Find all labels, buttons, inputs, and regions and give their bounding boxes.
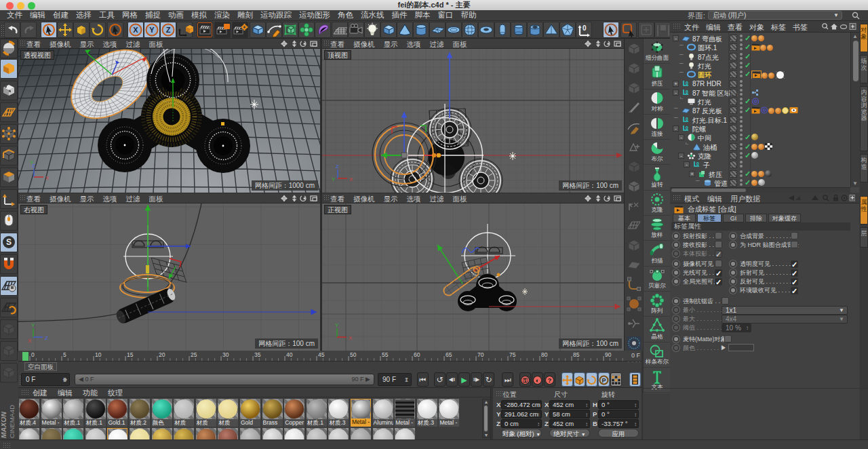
svg-text:20: 20 (159, 351, 165, 358)
svg-text:90: 90 (605, 351, 612, 358)
svg-text:25: 25 (191, 351, 197, 358)
svg-text:X: X (133, 26, 138, 34)
svg-text:40: 40 (286, 351, 293, 358)
svg-text:CINEMA4D: CINEMA4D (8, 405, 16, 438)
svg-text:0: 0 (583, 24, 587, 32)
svg-text:X: X (45, 175, 50, 181)
svg-text:5: 5 (63, 351, 66, 358)
svg-text:0: 0 (686, 81, 688, 85)
svg-text:S: S (6, 237, 12, 247)
svg-text:35: 35 (254, 351, 261, 358)
svg-text:60: 60 (414, 351, 420, 358)
svg-text:0: 0 (686, 90, 688, 94)
svg-text:Y: Y (30, 159, 34, 165)
svg-text:P: P (601, 377, 606, 384)
svg-text:Y: Y (31, 322, 35, 328)
svg-text:50: 50 (350, 351, 357, 358)
svg-text:30: 30 (222, 351, 229, 358)
svg-text:80: 80 (541, 351, 548, 358)
svg-text:Y: Y (149, 26, 155, 34)
svg-text:0: 0 (686, 125, 688, 130)
svg-text:Z: Z (336, 163, 339, 170)
svg-text:Y: Y (335, 322, 339, 328)
svg-text:0: 0 (696, 161, 699, 166)
svg-text:Z: Z (166, 26, 171, 34)
svg-text:85: 85 (573, 351, 580, 358)
svg-text:55: 55 (382, 351, 389, 358)
svg-text:70: 70 (477, 351, 484, 358)
svg-text:X: X (349, 176, 353, 182)
svg-text:X: X (349, 335, 353, 341)
svg-text:65: 65 (446, 351, 452, 358)
svg-text:45: 45 (318, 351, 325, 358)
svg-text:0: 0 (31, 351, 35, 358)
svg-text:Y: Y (332, 176, 336, 182)
svg-text:0: 0 (686, 117, 688, 121)
svg-text:15: 15 (127, 351, 134, 358)
svg-text:MAXON: MAXON (1, 412, 7, 439)
svg-text:10: 10 (95, 351, 102, 358)
svg-text:Z: Z (45, 335, 48, 341)
svg-text:75: 75 (509, 351, 516, 358)
svg-text:X: X (28, 338, 32, 344)
